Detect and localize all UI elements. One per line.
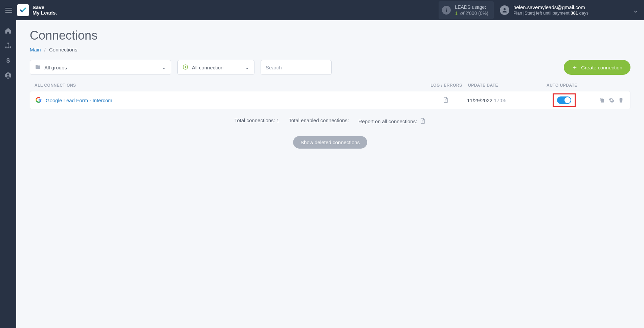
chevron-down-icon[interactable]: ⌄ (632, 6, 639, 15)
total-connections: Total connections: 1 (235, 117, 280, 125)
gear-icon[interactable] (608, 97, 615, 103)
svg-rect-2 (5, 47, 7, 48)
usage-values: 1 of 2'000 (0%) (455, 10, 488, 16)
topbar: Save My Leads. i LEADS usage: 1 of 2'000… (0, 0, 644, 20)
svg-rect-9 (601, 99, 604, 103)
user-avatar-icon (500, 5, 509, 15)
breadcrumb-sep: / (44, 47, 46, 52)
groups-select[interactable]: All groups ⌄ (30, 60, 171, 75)
sidebar-connections-icon[interactable] (4, 42, 12, 49)
highlight-box (553, 93, 576, 107)
auto-update-toggle[interactable] (557, 96, 571, 104)
svg-rect-3 (7, 47, 9, 48)
show-deleted-button[interactable]: Show deleted connections (293, 136, 367, 149)
brand-logo[interactable] (17, 4, 29, 16)
filter-row: All groups ⌄ All connection ⌄ ＋ Creat (30, 60, 630, 75)
folder-icon (35, 64, 41, 71)
svg-point-0 (504, 8, 506, 10)
summary-row: Total connections: 1 Total enabled conne… (30, 117, 630, 125)
connection-select-label: All connection (192, 65, 223, 70)
breadcrumb: Main / Connections (30, 47, 630, 52)
connection-name-link[interactable]: Google Lead Form - Intercom (46, 97, 112, 103)
copy-icon[interactable] (599, 97, 605, 103)
breadcrumb-current: Connections (49, 47, 77, 52)
plan-suffix: days (578, 10, 589, 16)
groups-select-label: All groups (44, 65, 67, 70)
brand-line1: Save (32, 4, 44, 10)
connection-name-cell: Google Lead Form - Intercom (34, 97, 426, 104)
sidebar: $ (0, 20, 16, 328)
document-icon (442, 96, 449, 104)
page-title: Connections (30, 28, 630, 43)
row-actions (593, 97, 627, 103)
menu-icon[interactable] (5, 8, 12, 13)
leads-usage-box[interactable]: i LEADS usage: 1 of 2'000 (0%) (439, 1, 493, 19)
report-all[interactable]: Report on all connections: (358, 117, 426, 125)
play-circle-icon (182, 64, 188, 71)
col-header-date: UPDATE DATE (465, 83, 536, 88)
total-value: 1 (276, 117, 279, 123)
main-content: Connections Main / Connections All group… (16, 20, 644, 328)
search-input-wrap[interactable] (261, 60, 332, 75)
plus-icon: ＋ (572, 64, 578, 71)
chevron-down-icon: ⌄ (245, 64, 249, 70)
connection-row: Google Lead Form - Intercom 11/29/2022 1… (30, 91, 630, 109)
create-button-label: Create connection (581, 65, 622, 70)
info-icon: i (442, 6, 451, 15)
user-block[interactable]: helen.savemyleads@gmail.com Plan |Start|… (513, 4, 589, 16)
svg-rect-4 (10, 47, 11, 48)
breadcrumb-main-link[interactable]: Main (30, 47, 41, 52)
user-plan-line: Plan |Start| left until payment 381 days (513, 10, 589, 16)
log-cell[interactable] (426, 96, 464, 104)
auto-update-cell (535, 93, 593, 107)
col-header-log: LOG / ERRORS (427, 83, 465, 88)
sidebar-home-icon[interactable] (4, 27, 12, 35)
google-icon (36, 97, 42, 104)
col-header-auto: AUTO UPDATE (536, 83, 594, 88)
search-input[interactable] (266, 65, 327, 70)
svg-rect-1 (7, 43, 9, 44)
plan-days: 381 (571, 10, 578, 16)
date-cell: 11/29/2022 17:05 (464, 97, 535, 103)
svg-point-7 (7, 73, 9, 75)
usage-of: of (460, 10, 464, 16)
usage-count: 1 (455, 10, 458, 16)
sidebar-billing-icon[interactable]: $ (4, 57, 12, 64)
enabled-connections: Total enabled connections: (289, 117, 349, 125)
create-connection-button[interactable]: ＋ Create connection (564, 60, 630, 75)
chevron-down-icon: ⌄ (162, 64, 166, 70)
plan-prefix: Plan |Start| left until payment (513, 10, 571, 16)
update-time: 17:05 (494, 97, 507, 103)
brand-line2: My Leads. (32, 10, 57, 16)
brand-name: Save My Leads. (32, 5, 57, 16)
update-date: 11/29/2022 (467, 97, 492, 103)
svg-text:$: $ (6, 57, 10, 64)
report-label: Report on all connections: (358, 118, 417, 124)
col-header-name: ALL CONNECTIONS (32, 83, 427, 88)
total-label: Total connections: (235, 117, 276, 123)
document-icon (419, 117, 426, 125)
user-email: helen.savemyleads@gmail.com (513, 4, 589, 11)
sidebar-account-icon[interactable] (4, 72, 12, 79)
table-header: ALL CONNECTIONS LOG / ERRORS UPDATE DATE… (30, 83, 630, 88)
usage-limit: 2'000 (466, 10, 477, 16)
connection-select[interactable]: All connection ⌄ (177, 60, 254, 75)
trash-icon[interactable] (618, 97, 624, 103)
usage-title: LEADS usage: (455, 4, 488, 10)
usage-pct: (0%) (478, 10, 488, 16)
